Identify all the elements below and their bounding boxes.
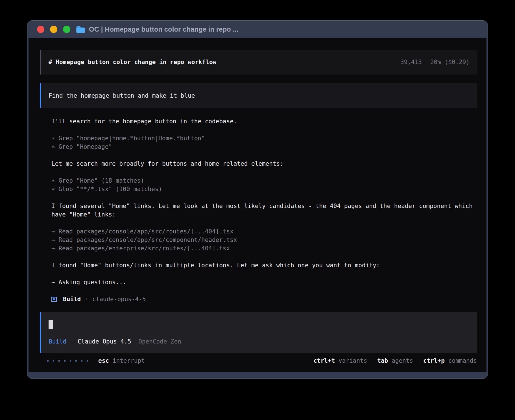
assistant-paragraph: I found several "Home" links. Let me loo… [51, 202, 477, 219]
session-header-panel: # Homepage button color change in repo w… [40, 50, 477, 75]
assistant-response: I'll search for the homepage button in t… [51, 117, 477, 312]
tool-call-group: ∗ Grep "Home" (18 matches) ∗ Glob "**/*.… [51, 176, 477, 193]
input-meta-row: Build Claude Opus 4.5 OpenCode Zen [49, 337, 470, 346]
provider-label: OpenCode Zen [138, 338, 181, 345]
tool-call-grep: ∗ Grep "homepage|home.*button|Home.*butt… [51, 134, 477, 143]
agent-separator: · [85, 295, 88, 303]
esc-key-hint: esc [98, 356, 109, 365]
agent-name: Build [63, 295, 81, 303]
tool-call-read: → Read packages/enterprise/src/routes/[.… [51, 244, 477, 253]
terminal-window: OC | Homepage button color change in rep… [27, 20, 488, 379]
session-title: # Homepage button color change in repo w… [49, 58, 216, 66]
minimize-button[interactable] [50, 26, 57, 33]
prompt-input[interactable]: Build Claude Opus 4.5 OpenCode Zen [40, 312, 477, 353]
tool-call-read: → Read packages/console/app/src/componen… [51, 236, 477, 244]
shortcut-agents: tab agents [377, 356, 413, 365]
tool-call-grep: ∗ Grep "Homepage" [51, 143, 477, 151]
window-titlebar: OC | Homepage button color change in rep… [27, 21, 488, 38]
terminal-content: # Homepage button color change in repo w… [29, 38, 486, 372]
context-usage-cost: 20% ($0.29) [430, 58, 470, 66]
working-status: ~ Asking questions... [51, 278, 477, 286]
shortcut-commands: ctrl+p commands [423, 356, 477, 365]
close-button[interactable] [37, 26, 44, 33]
session-stats: 39,413 20% ($0.29) [400, 58, 470, 66]
text-cursor [49, 320, 53, 329]
assistant-paragraph: Let me search more broadly for buttons a… [51, 159, 477, 168]
agent-status-row: Build · claude-opus-4-5 [51, 295, 477, 303]
maximize-button[interactable] [63, 26, 70, 33]
user-message-text: Find the homepage button and make it blu… [49, 92, 195, 99]
traffic-lights [37, 26, 70, 33]
build-agent-icon [51, 297, 57, 302]
status-bar: esc interrupt ctrl+t variants tab agents… [40, 356, 477, 367]
token-count: 39,413 [400, 58, 422, 66]
tool-call-glob: ∗ Glob "**/*.tsx" (100 matches) [51, 185, 477, 193]
agent-model: claude-opus-4-5 [92, 295, 146, 303]
spinner-dots [47, 360, 88, 362]
folder-icon [76, 26, 85, 33]
shortcut-variants: ctrl+t variants [313, 356, 367, 365]
assistant-paragraph: I found "Home" buttons/links in multiple… [51, 261, 477, 270]
tool-call-grep: ∗ Grep "Home" (18 matches) [51, 176, 477, 185]
tool-call-group: ∗ Grep "homepage|home.*button|Home.*butt… [51, 134, 477, 151]
user-message-panel: Find the homepage button and make it blu… [40, 83, 477, 108]
assistant-paragraph: I'll search for the homepage button in t… [51, 117, 477, 126]
esc-action-hint: interrupt [113, 356, 145, 365]
window-title: OC | Homepage button color change in rep… [89, 25, 238, 33]
tool-call-group: → Read packages/console/app/src/routes/[… [51, 227, 477, 253]
mode-label: Build [49, 338, 66, 345]
model-label: Claude Opus 4.5 [78, 338, 131, 345]
tool-call-read: → Read packages/console/app/src/routes/[… [51, 227, 477, 236]
